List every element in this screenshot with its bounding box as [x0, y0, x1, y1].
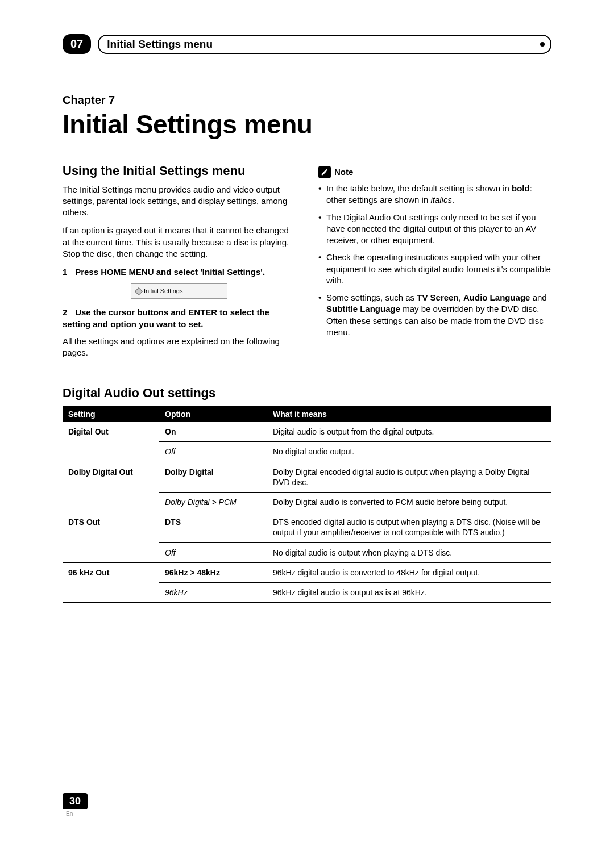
note-item-3: Check the operating instructions supplie… [318, 252, 551, 286]
right-column: Note In the table below, the default set… [318, 162, 551, 365]
initial-settings-icon [135, 287, 143, 295]
page-footer: 30 En [63, 793, 88, 817]
step-1-number: 1 [63, 266, 73, 278]
digital-audio-out-table: Setting Option What it means Digital Out… [63, 406, 551, 603]
pencil-note-icon [318, 166, 331, 178]
step-2: 2 Use the cursor buttons and ENTER to se… [63, 307, 296, 330]
left-column: Using the Initial Settings menu The Init… [63, 162, 296, 365]
note-label: Note [334, 166, 353, 178]
initial-settings-label: Initial Settings [144, 287, 182, 295]
cell-option: On [165, 427, 176, 436]
cell-setting: DTS Out [63, 512, 159, 542]
cell-option: Dolby Digital [165, 468, 214, 477]
table-row: Off No digital audio output. [63, 442, 551, 462]
language-code: En [66, 811, 88, 817]
cell-option: Off [165, 447, 176, 456]
table-row: Dolby Digital > PCM Dolby Digital audio … [63, 493, 551, 512]
step-1: 1 Press HOME MENU and select 'Initial Se… [63, 266, 296, 278]
intro-paragraph-1: The Initial Settings menu provides audio… [63, 184, 296, 219]
table-row: Off No digital audio is output when play… [63, 542, 551, 562]
cell-option: 96kHz [165, 588, 188, 597]
two-column-body: Using the Initial Settings menu The Init… [63, 162, 551, 365]
cell-meaning: No digital audio output. [267, 442, 551, 462]
table-row: Dolby Digital Out Dolby Digital Dolby Di… [63, 462, 551, 492]
note-list: In the table below, the default setting … [318, 183, 551, 338]
table-row: DTS Out DTS DTS encoded digital audio is… [63, 512, 551, 542]
chapter-number-badge: 07 [63, 34, 91, 54]
chapter-title: Initial Settings menu [63, 109, 551, 140]
cell-meaning: Dolby Digital encoded digital audio is o… [267, 462, 551, 492]
note-header: Note [318, 166, 551, 178]
cell-setting: Dolby Digital Out [63, 462, 159, 492]
col-header-setting: Setting [63, 406, 159, 422]
cell-meaning: DTS encoded digital audio is output when… [267, 512, 551, 542]
step-2-text: Use the cursor buttons and ENTER to sele… [63, 307, 269, 328]
cell-option: Off [165, 548, 176, 557]
step-2-number: 2 [63, 307, 73, 318]
manual-page: 07 Initial Settings menu Chapter 7 Initi… [0, 0, 614, 626]
initial-settings-screenshot: Initial Settings [131, 283, 227, 299]
note-item-1: In the table below, the default setting … [318, 183, 551, 206]
table-row: 96kHz 96kHz digital audio is output as i… [63, 582, 551, 603]
cell-setting [63, 442, 159, 462]
col-header-option: Option [159, 406, 267, 422]
header-title-pill: Initial Settings menu [98, 35, 551, 54]
col-header-meaning: What it means [267, 406, 551, 422]
cell-setting [63, 582, 159, 603]
header-dot-icon [540, 42, 545, 47]
cell-setting: 96 kHz Out [63, 562, 159, 582]
cell-option: Dolby Digital > PCM [165, 498, 237, 507]
header-title-text: Initial Settings menu [107, 38, 218, 51]
cell-meaning: No digital audio is output when playing … [267, 542, 551, 562]
cell-meaning: Digital audio is output from the digital… [267, 422, 551, 442]
cell-meaning: Dolby Digital audio is converted to PCM … [267, 493, 551, 512]
table-row: 96 kHz Out 96kHz > 48kHz 96kHz digital a… [63, 562, 551, 582]
cell-option: DTS [165, 518, 181, 527]
running-header: 07 Initial Settings menu [63, 34, 551, 54]
section-heading-digital-audio: Digital Audio Out settings [63, 386, 551, 400]
step-2-followup: All the settings and options are explain… [63, 336, 296, 359]
step-1-text: Press HOME MENU and select 'Initial Sett… [75, 267, 265, 277]
cell-option: 96kHz > 48kHz [165, 568, 220, 577]
cell-meaning: 96kHz digital audio is output as is at 9… [267, 582, 551, 603]
cell-meaning: 96kHz digital audio is converted to 48kH… [267, 562, 551, 582]
section-heading-using: Using the Initial Settings menu [63, 162, 296, 180]
page-number-badge: 30 [63, 793, 88, 809]
note-item-4: Some settings, such as TV Screen, Audio … [318, 292, 551, 338]
note-item-2: The Digital Audio Out settings only need… [318, 212, 551, 247]
table-row: Digital Out On Digital audio is output f… [63, 422, 551, 442]
intro-paragraph-2: If an option is grayed out it means that… [63, 225, 296, 260]
cell-setting: Digital Out [63, 422, 159, 442]
cell-setting [63, 542, 159, 562]
table-header-row: Setting Option What it means [63, 406, 551, 422]
chapter-label: Chapter 7 [63, 94, 551, 107]
cell-setting [63, 493, 159, 512]
